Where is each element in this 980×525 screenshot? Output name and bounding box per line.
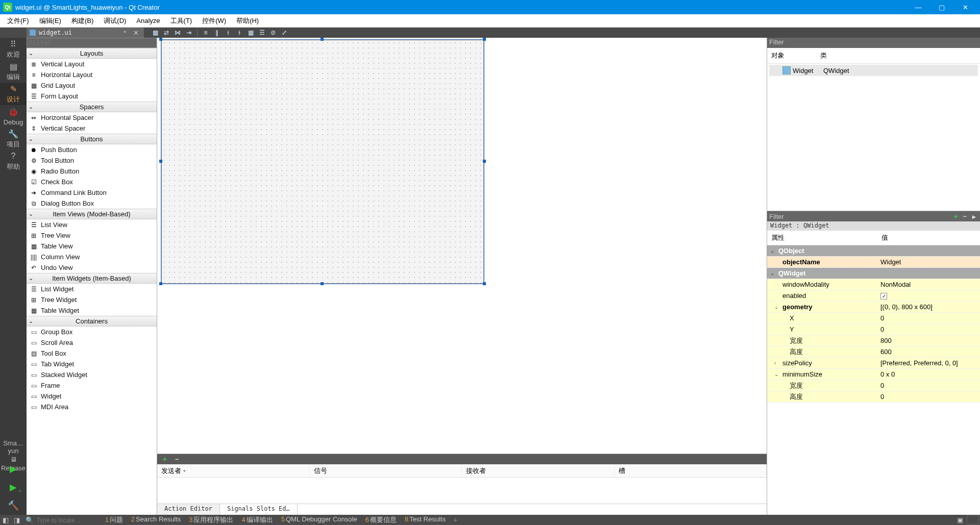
output-pane-menu-button[interactable]: ÷ [451,515,460,524]
layout-horizontal-icon[interactable]: ≡ [202,29,210,37]
widget-item[interactable]: ▭Scroll Area [27,337,157,348]
property-row[interactable]: X0 [767,313,980,324]
widget-box-filter-input[interactable] [27,38,157,48]
edit-widgets-icon[interactable]: ▦ [151,29,159,37]
widget-item[interactable]: ▦Table View [27,241,157,252]
menu-widgets[interactable]: 控件(W) [197,15,231,27]
run-debug-button[interactable]: ▶○ [0,478,27,496]
layout-h-splitter-icon[interactable]: ⫲ [224,29,232,37]
mode-project[interactable]: 🔧项目 [0,128,27,150]
output-pane-button[interactable]: 4编译输出 [237,515,277,524]
mode-edit[interactable]: ▤编辑 [0,60,27,83]
property-row[interactable]: 高度0 [767,391,980,403]
resize-handle-br[interactable] [483,282,486,285]
widget-item[interactable]: ≡Horizontal Layout [27,69,157,80]
property-row[interactable]: 宽度0 [767,380,980,391]
property-row[interactable]: ⌄geometry[(0, 0), 800 x 600] [767,302,980,313]
property-value[interactable]: 600 [877,348,980,356]
output-pane-button[interactable]: 6概要信息 [361,515,401,524]
widget-item[interactable]: ⚙Tool Button [27,155,157,166]
property-row[interactable]: 高度600 [767,346,980,358]
locator-input[interactable] [37,517,98,524]
menu-debug[interactable]: 调试(D) [99,15,131,27]
add-dynamic-property-button[interactable]: ＋ [951,212,960,220]
header-object[interactable]: 对象 [767,48,816,63]
layout-grid-icon[interactable]: ▦ [247,29,255,37]
object-inspector-tree[interactable]: Widget QWidget [767,64,980,211]
widget-item[interactable]: ▤Tool Box [27,348,157,359]
layout-vertical-icon[interactable]: ‖ [213,29,221,37]
widget-item[interactable]: ▦Grid Layout [27,80,157,91]
menu-edit[interactable]: 编辑(E) [34,15,66,27]
menu-tools[interactable]: 工具(T) [165,15,198,27]
property-value[interactable]: [(0, 0), 800 x 600] [877,303,980,311]
widget-item[interactable]: ||||Column View [27,252,157,262]
header-slot[interactable]: 槽 [615,464,767,477]
resize-handle-tr[interactable] [483,38,486,41]
layout-v-splitter-icon[interactable]: ⫳ [235,29,243,37]
widget-item[interactable]: ↶Undo View [27,262,157,273]
chevron-down-icon[interactable]: ⌄ [774,371,780,377]
header-signal[interactable]: 信号 [310,464,462,477]
mode-welcome[interactable]: ⠿欢迎 [0,38,27,60]
widget-item[interactable]: ▭Frame [27,380,157,391]
resize-handle-ml[interactable] [159,160,162,163]
resize-handle-bl[interactable] [159,282,162,285]
widget-category-header[interactable]: ⌄Containers [27,316,157,327]
design-canvas[interactable] [157,38,767,454]
add-connection-button[interactable]: ＋ [160,455,168,463]
locator[interactable]: 🔍 [22,516,101,524]
output-pane-button[interactable]: 1问题 [101,515,127,524]
widget-item[interactable]: ▭Tab Widget [27,359,157,369]
window-close-button[interactable]: ✕ [953,0,977,14]
property-value[interactable]: 0 x 0 [877,370,980,378]
resize-handle-bm[interactable] [321,282,324,285]
window-minimize-button[interactable]: — [906,0,930,14]
property-value[interactable]: Widget [877,258,980,266]
widget-item[interactable]: ▭Widget [27,391,157,402]
object-row-widget[interactable]: Widget QWidget [769,65,978,76]
layout-form-icon[interactable]: ☰ [258,29,266,37]
toggle-right-sidebar-button[interactable]: ◨ [12,515,21,524]
property-value[interactable]: 0 [877,326,980,333]
widget-item[interactable]: ⊞Tree Widget [27,294,157,305]
widget-item[interactable]: ➜Command Link Button [27,187,157,198]
tab-action-editor[interactable]: Action Editor [157,504,220,515]
output-pane-button[interactable]: 5QML Debugger Console [277,515,361,524]
property-row[interactable]: ›sizePolicy[Preferred, Preferred, 0, 0] [767,358,980,369]
property-class-header[interactable]: ⌄QObject [767,245,980,257]
property-value[interactable]: 800 [877,337,980,344]
resize-handle-tm[interactable] [321,38,324,41]
widget-category-header[interactable]: ⌄Layouts [27,48,157,59]
property-value[interactable]: [Preferred, Preferred, 0, 0] [877,359,980,367]
property-row[interactable]: Y0 [767,324,980,335]
edit-signals-icon[interactable]: ⇄ [162,29,170,37]
resize-handle-mr[interactable] [483,160,486,163]
break-layout-icon[interactable]: ⊘ [269,29,277,37]
property-class-header[interactable]: ⌄QWidget [767,268,980,279]
remove-connection-button[interactable]: － [173,455,181,463]
mode-design[interactable]: ✎设计 [0,83,27,105]
widget-item[interactable]: ⧉Dialog Button Box [27,198,157,209]
property-row[interactable]: enabled✓ [767,290,980,302]
remove-dynamic-property-button[interactable]: － [961,212,969,220]
widget-item[interactable]: ▭MDI Area [27,402,157,412]
menu-build[interactable]: 构建(B) [66,15,99,27]
mode-debug[interactable]: 🐞Debug [0,105,27,128]
menu-help[interactable]: 帮助(H) [231,15,264,27]
edit-buddies-icon[interactable]: ⋈ [174,29,182,37]
property-value[interactable]: 0 [877,393,980,401]
widget-item[interactable]: ▭Stacked Widget [27,369,157,380]
mode-help[interactable]: ?帮助 [0,150,27,172]
widget-box-list[interactable]: ⌄Layouts≣Vertical Layout≡Horizontal Layo… [27,48,157,515]
form-widget[interactable] [161,40,484,284]
widget-item[interactable]: ☰List View [27,219,157,230]
kit-selector[interactable]: Sma…yun 🖥 Release [0,437,27,460]
widget-category-header[interactable]: ⌄Item Views (Model-Based) [27,209,157,219]
toggle-left-sidebar-button[interactable]: ◧ [1,515,10,524]
build-button[interactable]: 🔨 [0,496,27,515]
property-editor-filter[interactable]: Filter [769,213,950,220]
header-class[interactable]: 类 [816,48,980,63]
output-pane-button[interactable]: 2Search Results [127,515,185,524]
property-row[interactable]: objectNameWidget [767,257,980,268]
